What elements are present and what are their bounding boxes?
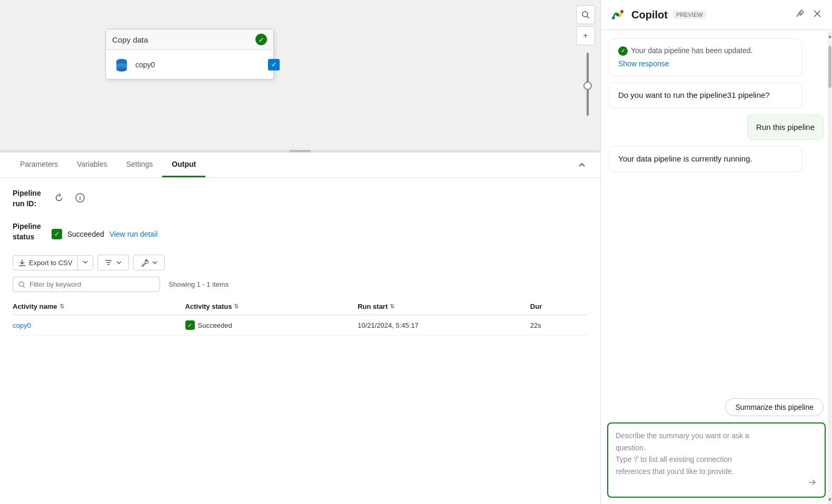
refresh-button[interactable] (52, 190, 66, 205)
pipeline-run-id-label: Pipeline (13, 188, 41, 199)
copilot-scrollbar: ▲ ▼ (828, 32, 832, 504)
filter-search-icon (18, 281, 25, 288)
filter-input[interactable] (29, 280, 154, 288)
filter-input-wrap (13, 277, 160, 292)
pipeline-status-section: Pipeline status ✓ Succeeded View run det… (13, 221, 588, 242)
canvas-controls: + (576, 5, 595, 45)
svg-point-19 (620, 10, 623, 13)
tab-settings[interactable]: Settings (117, 153, 163, 177)
send-button[interactable] (807, 477, 817, 490)
tab-output[interactable]: Output (162, 153, 205, 177)
table-header: Activity name ⇅ Activity status ⇅ Run st… (13, 298, 588, 315)
showing-count: Showing 1 - 1 items (169, 280, 229, 288)
node-header: Copy data ✓ (106, 29, 273, 50)
td-run-start: 10/21/2024, 5:45:17 (358, 321, 530, 329)
blue-check-icon: ✓ (268, 59, 280, 70)
message-run-question: Do you want to run the pipeline31 pipeli… (609, 83, 802, 108)
pipeline-run-id-section: Pipeline run ID: (13, 188, 588, 209)
sort-icon-activity[interactable]: ⇅ (60, 303, 64, 310)
search-canvas-button[interactable] (576, 5, 595, 24)
copilot-messages: ✓ Your data pipeline has been updated. S… (601, 30, 832, 394)
message-pipeline-updated: ✓ Your data pipeline has been updated. S… (609, 38, 802, 76)
zoom-track (587, 53, 589, 116)
scroll-thumb[interactable] (828, 46, 831, 88)
copilot-title: Copilot (631, 9, 668, 21)
th-activity-status: Activity status ⇅ (185, 303, 358, 310)
input-placeholder: Describe the summary you want or ask a q… (616, 430, 817, 477)
message-run-this-pipeline: Run this pipeline (747, 115, 824, 140)
pipeline-run-id-label2: run ID: (13, 199, 41, 209)
filter-columns-button[interactable] (97, 255, 129, 270)
svg-line-6 (587, 16, 589, 18)
tab-variables[interactable]: Variables (67, 153, 116, 177)
sort-icon-run-start[interactable]: ⇅ (390, 303, 394, 310)
svg-point-5 (582, 12, 588, 17)
bottom-panel: Parameters Variables Settings Output Pip… (0, 152, 600, 504)
tab-parameters[interactable]: Parameters (11, 153, 67, 177)
canvas-area: Copy data ✓ copy0 ✓ (0, 0, 600, 150)
message-pipeline-running: Your data pipeline is currently running. (609, 146, 802, 172)
tabs-bar: Parameters Variables Settings Output (0, 153, 600, 178)
status-success-icon: ✓ (52, 229, 62, 239)
svg-point-20 (616, 13, 619, 16)
tabs-list: Parameters Variables Settings Output (11, 153, 205, 177)
input-send-row (616, 477, 817, 490)
pipeline-status-label2: status (13, 232, 41, 243)
copilot-suggestions: Summarize this pipeline (601, 394, 832, 422)
preview-badge: PREVIEW (673, 11, 706, 19)
svg-point-9 (80, 196, 81, 197)
zoom-thumb (583, 82, 592, 90)
update-check-icon: ✓ (618, 46, 628, 56)
info-button[interactable] (73, 190, 87, 205)
database-icon (113, 56, 130, 73)
wrench-button[interactable] (133, 255, 165, 270)
copilot-header: Copilot PREVIEW (601, 0, 832, 30)
output-content: Pipeline run ID: (0, 178, 600, 504)
export-csv-label: Export to CSV (29, 259, 72, 267)
td-duration: 22s (530, 321, 588, 329)
status-value: Succeeded (67, 230, 104, 238)
right-panel: Copilot PREVIEW ✓ Your (600, 0, 832, 504)
run-id-row (52, 190, 87, 205)
node-success-icon: ✓ (255, 34, 267, 45)
td-activity-name[interactable]: copy0 (13, 321, 185, 329)
zoom-slider[interactable] (587, 53, 589, 116)
copy-data-node: Copy data ✓ copy0 ✓ (105, 29, 274, 79)
add-canvas-button[interactable]: + (576, 26, 595, 45)
svg-point-4 (116, 67, 127, 72)
th-activity-name: Activity name ⇅ (13, 303, 185, 310)
svg-line-16 (23, 286, 25, 288)
th-duration: Dur (530, 303, 588, 310)
show-response-link[interactable]: Show response (618, 58, 793, 69)
svg-point-18 (612, 16, 615, 19)
svg-line-21 (797, 14, 799, 17)
table-row: copy0 ✓ Succeeded 10/21/2024, 5:45:17 22… (13, 315, 588, 336)
summarize-suggestion-chip[interactable]: Summarize this pipeline (725, 398, 824, 416)
pipeline-status-label: Pipeline (13, 221, 41, 232)
status-row: ✓ Succeeded View run detail (52, 229, 158, 239)
td-activity-status: ✓ Succeeded (185, 320, 358, 330)
svg-point-15 (19, 281, 24, 286)
copilot-header-actions (793, 7, 824, 23)
scroll-up-arrow[interactable]: ▲ (827, 32, 832, 41)
collapse-button[interactable] (574, 157, 590, 173)
close-button[interactable] (811, 7, 824, 23)
scroll-down-arrow[interactable]: ▼ (827, 495, 832, 504)
toolbar-row: Export to CSV (13, 255, 588, 270)
node-body: copy0 ✓ (106, 50, 273, 79)
filter-row: Showing 1 - 1 items (13, 277, 588, 292)
copilot-logo (609, 6, 626, 23)
row-status-icon: ✓ (185, 320, 195, 330)
copilot-input-area[interactable]: Describe the summary you want or ask a q… (607, 422, 826, 498)
left-panel: Copy data ✓ copy0 ✓ (0, 0, 600, 504)
node-activity-label: copy0 (135, 61, 155, 69)
node-title: Copy data (112, 35, 148, 44)
update-status-row: ✓ Your data pipeline has been updated. (618, 45, 793, 56)
export-csv-button[interactable]: Export to CSV (13, 255, 93, 270)
view-run-detail-link[interactable]: View run detail (110, 230, 158, 238)
th-run-start: Run start ⇅ (358, 303, 530, 310)
pin-button[interactable] (793, 7, 807, 23)
sort-icon-status[interactable]: ⇅ (234, 303, 239, 310)
